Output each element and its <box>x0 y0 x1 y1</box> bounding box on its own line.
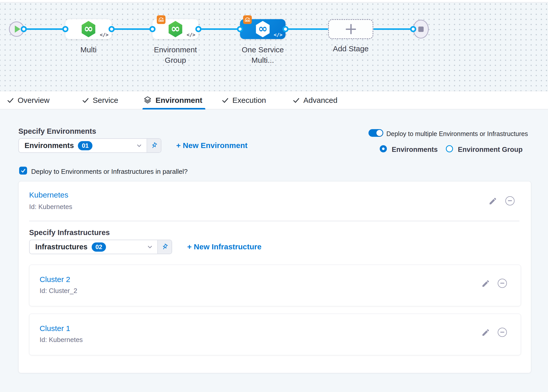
infrastructure-name-link[interactable]: Cluster 2 <box>40 275 70 284</box>
remove-infrastructure-button[interactable] <box>498 328 507 337</box>
pin-infrastructures-button[interactable] <box>157 240 172 254</box>
tab-label: Service <box>93 96 118 105</box>
tab-overview[interactable]: Overview <box>7 91 50 109</box>
radio-environments-label[interactable]: Environments <box>392 146 438 154</box>
infrastructure-card-cluster-1: Cluster 1 Id: Kubernetes <box>29 314 521 355</box>
remove-infrastructure-button[interactable] <box>498 279 507 288</box>
chevron-down-icon <box>136 142 142 149</box>
connector-line <box>285 28 328 30</box>
stage-label-one-service-multi: One Service Multi... <box>234 44 291 65</box>
infrastructure-card-cluster-2: Cluster 2 Id: Cluster_2 <box>29 265 521 306</box>
connector-port <box>195 26 201 32</box>
pushpin-icon <box>160 242 169 252</box>
tab-label: Advanced <box>303 96 337 105</box>
minus-circle-icon <box>498 279 507 288</box>
stage-label-multi: Multi <box>65 44 112 55</box>
environment-name-link[interactable]: Kubernetes <box>29 191 68 199</box>
pencil-icon <box>481 279 490 288</box>
connector-port <box>21 26 27 32</box>
tab-execution[interactable]: Execution <box>222 91 266 109</box>
infinity-glyph: ∞ <box>84 23 93 34</box>
play-icon <box>15 26 20 33</box>
pin-environments-button[interactable] <box>147 139 161 152</box>
environments-select-field[interactable]: Environments 01 <box>19 139 147 152</box>
connector-port <box>149 26 156 32</box>
radio-environment-group-label[interactable]: Environment Group <box>458 146 523 154</box>
top-strip <box>0 0 548 3</box>
check-icon <box>222 97 229 104</box>
specify-environments-heading: Specify Environments <box>18 127 96 136</box>
service-hexagon-icon: ∞ <box>168 21 183 37</box>
new-environment-link[interactable]: + New Environment <box>176 141 247 150</box>
edit-infrastructure-button[interactable] <box>481 279 490 288</box>
propagate-icon <box>243 15 252 24</box>
check-icon <box>293 97 300 104</box>
pencil-icon <box>481 328 490 337</box>
divider <box>29 221 519 221</box>
stop-icon <box>418 27 424 32</box>
plus-icon <box>346 24 356 34</box>
tab-environment[interactable]: Environment <box>143 91 202 109</box>
pipeline-stage-editor: ∞ </> ∞ </> ∞ </> <box>0 0 548 392</box>
infrastructures-select-value: Infrastructures <box>35 243 88 251</box>
new-infrastructure-link[interactable]: + New Infrastructure <box>187 242 261 251</box>
connector-line <box>24 28 65 30</box>
infinity-glyph: ∞ <box>171 23 180 34</box>
connector-port <box>62 26 68 32</box>
chevron-down-icon <box>147 244 153 250</box>
stage-node-multi[interactable]: ∞ </> <box>65 19 112 39</box>
infrastructures-select-field[interactable]: Infrastructures 02 <box>30 240 157 254</box>
connector-line <box>112 28 152 30</box>
stage-label-environment-group: Environment Group <box>147 44 204 65</box>
tab-label: Overview <box>18 96 50 105</box>
active-tab-underline <box>142 108 205 109</box>
environment-layers-icon <box>143 96 152 105</box>
environments-count-badge: 01 <box>78 141 92 150</box>
tab-advanced[interactable]: Advanced <box>293 91 337 109</box>
edit-environment-button[interactable] <box>489 197 497 205</box>
check-icon <box>7 97 14 104</box>
infrastructure-id-text: Id: Kubernetes <box>40 336 83 344</box>
minus-circle-icon <box>505 196 515 205</box>
environments-select: Environments 01 <box>18 138 161 153</box>
remove-environment-button[interactable] <box>505 196 515 205</box>
radio-environments[interactable] <box>380 145 387 152</box>
parallel-deploy-checkbox-label: Deploy to Environments or Infrastructure… <box>31 168 188 176</box>
infinity-glyph: ∞ <box>258 23 268 34</box>
connector-line <box>198 28 240 30</box>
service-hexagon-icon: ∞ <box>255 21 270 37</box>
code-icon: </> <box>187 32 195 38</box>
connector-port <box>410 26 416 32</box>
check-icon <box>20 168 26 174</box>
infrastructure-name-link[interactable]: Cluster 1 <box>40 324 70 333</box>
multi-deploy-toggle[interactable] <box>368 129 383 137</box>
parallel-deploy-checkbox[interactable] <box>19 167 27 175</box>
connector-line <box>373 28 414 30</box>
toggle-knob <box>376 130 383 136</box>
infrastructures-select: Infrastructures 02 <box>29 240 172 254</box>
pencil-icon <box>489 197 497 205</box>
environment-tab-content: Specify Environments Environments 01 + N… <box>0 109 548 392</box>
multi-deploy-toggle-label: Deploy to multiple Environments or Infra… <box>386 130 528 138</box>
code-icon: </> <box>274 32 282 38</box>
minus-circle-icon <box>498 328 507 337</box>
check-icon <box>82 97 89 104</box>
radio-environment-group[interactable] <box>446 145 453 152</box>
infrastructures-count-badge: 02 <box>92 242 106 252</box>
propagate-icon <box>157 15 165 24</box>
code-icon: </> <box>100 32 109 38</box>
environment-card: Kubernetes Id: Kubernetes Specify Infras… <box>18 181 531 373</box>
specify-infrastructures-heading: Specify Infrastructures <box>29 228 110 237</box>
connector-port <box>109 26 115 32</box>
connector-port <box>237 26 243 32</box>
environment-id-text: Id: Kubernetes <box>29 203 72 211</box>
add-stage-label: Add Stage <box>328 43 373 54</box>
stage-tabbar: Overview Service Environment Execution A… <box>0 91 548 109</box>
service-hexagon-icon: ∞ <box>81 21 96 37</box>
infrastructure-id-text: Id: Cluster_2 <box>40 287 77 295</box>
edit-infrastructure-button[interactable] <box>481 328 490 337</box>
add-stage-button[interactable] <box>328 19 373 39</box>
connector-port <box>282 26 289 32</box>
tab-label: Environment <box>156 96 202 105</box>
tab-service[interactable]: Service <box>82 91 118 109</box>
